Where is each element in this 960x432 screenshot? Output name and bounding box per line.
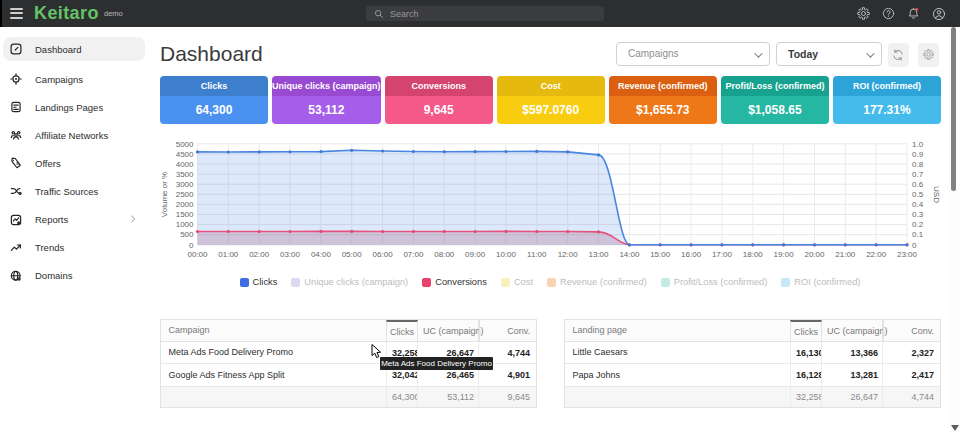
svg-text:19:00: 19:00	[774, 250, 795, 259]
svg-text:12:00: 12:00	[558, 250, 579, 259]
svg-text:04:00: 04:00	[311, 250, 332, 259]
svg-text:0: 0	[189, 241, 194, 250]
svg-text:13:00: 13:00	[588, 250, 609, 259]
svg-text:21:00: 21:00	[835, 250, 856, 259]
svg-text:20:00: 20:00	[804, 250, 825, 259]
svg-text:03:00: 03:00	[280, 250, 301, 259]
svg-text:1.0: 1.0	[912, 140, 924, 149]
svg-text:0.9: 0.9	[912, 150, 924, 159]
svg-text:01:00: 01:00	[218, 250, 239, 259]
svg-text:0.3: 0.3	[912, 210, 924, 219]
svg-text:00:00: 00:00	[187, 250, 208, 259]
svg-text:14:00: 14:00	[619, 250, 640, 259]
svg-text:5000: 5000	[176, 140, 194, 149]
svg-text:2000: 2000	[176, 200, 194, 209]
svg-text:3000: 3000	[176, 180, 194, 189]
svg-text:02:00: 02:00	[249, 250, 270, 259]
svg-text:Volume or %: Volume or %	[160, 172, 169, 217]
svg-text:2500: 2500	[176, 190, 194, 199]
svg-text:0.8: 0.8	[912, 160, 924, 169]
svg-text:15:00: 15:00	[650, 250, 671, 259]
svg-text:0.1: 0.1	[912, 230, 924, 239]
svg-text:22:00: 22:00	[866, 250, 887, 259]
svg-text:1500: 1500	[176, 210, 194, 219]
svg-text:0.7: 0.7	[912, 170, 924, 179]
svg-text:23:00: 23:00	[897, 250, 918, 259]
svg-text:08:00: 08:00	[434, 250, 455, 259]
svg-text:0.5: 0.5	[912, 190, 924, 199]
svg-text:10:00: 10:00	[496, 250, 517, 259]
svg-text:0.4: 0.4	[912, 200, 924, 209]
svg-text:0.2: 0.2	[912, 220, 924, 229]
svg-text:0.6: 0.6	[912, 180, 924, 189]
svg-text:18:00: 18:00	[743, 250, 764, 259]
svg-text:07:00: 07:00	[403, 250, 424, 259]
svg-text:06:00: 06:00	[373, 250, 394, 259]
svg-text:09:00: 09:00	[465, 250, 486, 259]
svg-text:17:00: 17:00	[712, 250, 733, 259]
svg-text:11:00: 11:00	[527, 250, 547, 259]
svg-text:16:00: 16:00	[681, 250, 702, 259]
svg-text:3500: 3500	[176, 170, 194, 179]
svg-text:0: 0	[912, 241, 917, 250]
svg-text:1000: 1000	[176, 220, 194, 229]
svg-text:USD: USD	[932, 186, 941, 203]
svg-text:500: 500	[180, 230, 194, 239]
svg-text:05:00: 05:00	[342, 250, 363, 259]
svg-text:4000: 4000	[176, 160, 194, 169]
svg-text:4500: 4500	[176, 150, 194, 159]
